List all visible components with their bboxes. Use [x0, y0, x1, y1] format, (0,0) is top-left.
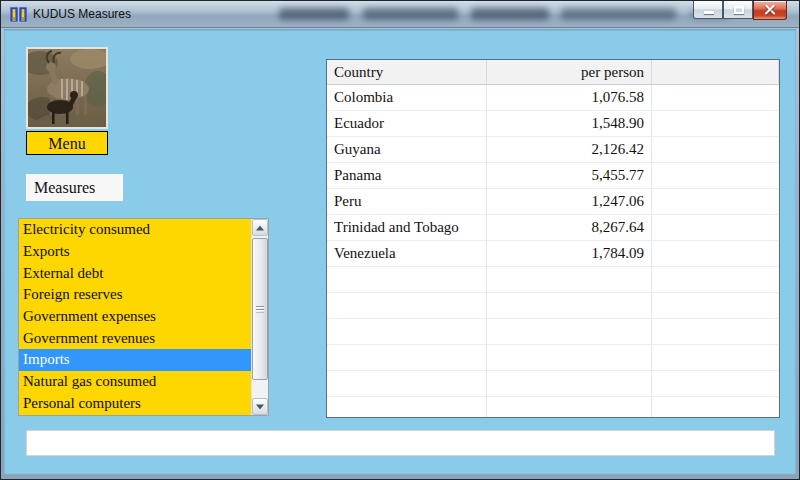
empty-cell	[652, 293, 779, 319]
status-input[interactable]	[26, 430, 775, 456]
list-item[interactable]: Foreign reserves	[19, 284, 251, 306]
titlebar-glass-smudge	[561, 8, 676, 20]
empty-cell	[327, 293, 487, 319]
filler-cell	[652, 241, 779, 267]
filler-cell	[652, 111, 779, 137]
empty-cell	[487, 397, 652, 418]
table-header-row: Countryper person	[327, 60, 779, 85]
list-item[interactable]: Government expenses	[19, 306, 251, 328]
table-body: Colombia1,076.58Ecuador1,548.90Guyana2,1…	[327, 85, 779, 418]
filler-cell	[652, 137, 779, 163]
list-item[interactable]: External debt	[19, 262, 251, 284]
empty-row	[327, 371, 779, 397]
empty-cell	[487, 293, 652, 319]
filler-cell	[652, 85, 779, 111]
scrollbar-thumb[interactable]	[252, 238, 268, 380]
value-cell[interactable]: 2,126.42	[487, 137, 652, 163]
table-row: Ecuador1,548.90	[327, 111, 779, 137]
empty-cell	[652, 267, 779, 293]
country-cell[interactable]: Peru	[327, 189, 487, 215]
country-cell[interactable]: Ecuador	[327, 111, 487, 137]
filler-cell	[652, 215, 779, 241]
scrollbar-track[interactable]	[252, 236, 268, 398]
close-button[interactable]	[753, 1, 787, 20]
empty-cell	[652, 345, 779, 371]
scroll-up-button[interactable]	[252, 219, 268, 236]
country-cell[interactable]: Panama	[327, 163, 487, 189]
empty-row	[327, 319, 779, 345]
value-cell[interactable]: 1,247.06	[487, 189, 652, 215]
empty-row	[327, 293, 779, 319]
maximize-button[interactable]	[723, 1, 753, 19]
menu-button[interactable]: Menu	[26, 131, 108, 155]
empty-cell	[652, 371, 779, 397]
arrow-up-icon	[256, 225, 264, 230]
scroll-down-button[interactable]	[252, 398, 268, 415]
empty-cell	[327, 319, 487, 345]
empty-row	[327, 267, 779, 293]
empty-cell	[327, 371, 487, 397]
value-cell[interactable]: 1,076.58	[487, 85, 652, 111]
empty-cell	[327, 397, 487, 418]
column-header-filler	[652, 60, 779, 84]
measures-list-items: Electricity consumedExportsExternal debt…	[19, 219, 251, 415]
measures-label: Measures	[26, 174, 123, 201]
list-item[interactable]: Natural gas consumed	[19, 371, 251, 393]
value-cell[interactable]: 5,455.77	[487, 163, 652, 189]
filler-cell	[652, 163, 779, 189]
list-item-selected[interactable]: Imports	[19, 349, 251, 371]
kudu-photo	[26, 47, 108, 129]
country-table: Countryper person Colombia1,076.58Ecuado…	[326, 59, 780, 418]
titlebar-glass-smudge	[471, 8, 549, 20]
value-cell[interactable]: 1,784.09	[487, 241, 652, 267]
minimize-icon	[704, 11, 714, 14]
empty-cell	[652, 319, 779, 345]
thumb-grip-icon	[256, 306, 264, 313]
empty-cell	[487, 371, 652, 397]
table-row: Peru1,247.06	[327, 189, 779, 215]
country-cell[interactable]: Venezuela	[327, 241, 487, 267]
table-row: Colombia1,076.58	[327, 85, 779, 111]
empty-cell	[327, 345, 487, 371]
maximize-icon	[734, 6, 744, 14]
empty-row	[327, 397, 779, 418]
list-item[interactable]: Government revenues	[19, 327, 251, 349]
minimize-button[interactable]	[693, 1, 723, 19]
client-area: Menu Measures Electricity consumedExport…	[4, 29, 796, 474]
table-row: Venezuela1,784.09	[327, 241, 779, 267]
column-header-country[interactable]: Country	[327, 60, 487, 84]
country-cell[interactable]: Guyana	[327, 137, 487, 163]
arrow-down-icon	[256, 404, 264, 409]
measures-listbox: Electricity consumedExportsExternal debt…	[18, 218, 269, 416]
listbox-scrollbar	[251, 219, 268, 415]
titlebar[interactable]: KUDUS Measures	[1, 1, 799, 28]
value-cell[interactable]: 1,548.90	[487, 111, 652, 137]
table-row: Trinidad and Tobago8,267.64	[327, 215, 779, 241]
table-row: Guyana2,126.42	[327, 137, 779, 163]
list-item[interactable]: Electricity consumed	[19, 219, 251, 241]
window-title: KUDUS Measures	[33, 7, 131, 21]
country-cell[interactable]: Trinidad and Tobago	[327, 215, 487, 241]
country-cell[interactable]: Colombia	[327, 85, 487, 111]
titlebar-glass-smudge	[279, 8, 349, 20]
table-row: Panama5,455.77	[327, 163, 779, 189]
empty-cell	[652, 397, 779, 418]
titlebar-glass-smudge	[363, 8, 458, 20]
empty-cell	[327, 267, 487, 293]
empty-row	[327, 345, 779, 371]
kudu-app-icon[interactable]	[10, 6, 27, 23]
close-icon	[764, 4, 777, 17]
list-item[interactable]: Personal computers	[19, 393, 251, 415]
app-window: KUDUS Measures	[0, 0, 800, 480]
kudu-photo-image	[28, 49, 106, 127]
list-item[interactable]: Exports	[19, 241, 251, 263]
empty-cell	[487, 267, 652, 293]
caption-buttons	[693, 1, 787, 20]
value-cell[interactable]: 8,267.64	[487, 215, 652, 241]
empty-cell	[487, 319, 652, 345]
filler-cell	[652, 189, 779, 215]
column-header-per-person[interactable]: per person	[487, 60, 652, 84]
empty-cell	[487, 345, 652, 371]
